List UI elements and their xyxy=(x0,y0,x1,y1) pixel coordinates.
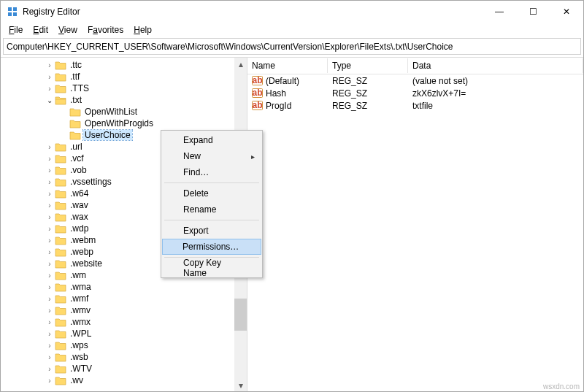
folder-icon xyxy=(55,212,66,222)
list-pane: Name Type Data ab (Default) REG_SZ (valu… xyxy=(247,58,583,391)
chevron-right-icon[interactable]: › xyxy=(45,353,55,361)
chevron-right-icon[interactable]: › xyxy=(45,85,55,93)
col-header-name[interactable]: Name xyxy=(247,58,328,73)
chevron-right-icon[interactable]: › xyxy=(45,155,55,163)
tree-item[interactable]: › .ttf xyxy=(4,71,247,82)
tree-item[interactable]: › .wv xyxy=(4,374,247,386)
menu-view[interactable]: View xyxy=(53,24,82,36)
folder-icon xyxy=(55,375,66,385)
minimize-button[interactable]: — xyxy=(483,1,516,23)
tree-item-label: .wav xyxy=(69,200,90,210)
chevron-right-icon[interactable]: › xyxy=(45,342,55,350)
tree-item-label: .wv xyxy=(69,375,85,385)
registry-editor-window: Registry Editor — ☐ ✕ File Edit View Fav… xyxy=(0,0,584,392)
folder-icon xyxy=(55,258,66,269)
col-header-type[interactable]: Type xyxy=(328,58,408,73)
address-bar[interactable]: Computer\HKEY_CURRENT_USER\Software\Micr… xyxy=(3,38,581,55)
menu-item-find[interactable]: Find… xyxy=(163,164,261,180)
menu-help[interactable]: Help xyxy=(128,24,157,36)
menu-help-hotkey: H xyxy=(134,25,140,35)
tree-item[interactable]: › .ttc xyxy=(4,59,247,71)
chevron-right-icon[interactable]: › xyxy=(45,213,55,221)
menu-separator xyxy=(164,182,259,183)
content-area: › .ttc › .ttf › .TTS ⌄ .txt OpenWithList xyxy=(1,57,583,391)
folder-icon xyxy=(55,200,66,210)
cell-data: txtfile xyxy=(408,101,583,111)
list-row[interactable]: ab ProgId REG_SZ txtfile xyxy=(247,99,583,112)
chevron-right-icon[interactable]: › xyxy=(45,61,55,69)
folder-icon xyxy=(55,317,66,327)
chevron-right-icon[interactable]: › xyxy=(45,330,55,338)
minimize-icon: — xyxy=(495,7,504,17)
value-name: ProgId xyxy=(266,101,291,111)
chevron-right-icon[interactable]: › xyxy=(45,272,55,280)
chevron-right-icon[interactable]: › xyxy=(45,201,55,210)
tree-item[interactable]: › .TTS xyxy=(4,82,247,94)
chevron-right-icon[interactable]: › xyxy=(45,260,55,268)
tree-item-label: .WPL xyxy=(69,328,93,339)
chevron-right-icon[interactable]: › xyxy=(45,295,55,303)
list-row[interactable]: ab (Default) REG_SZ (value not set) xyxy=(247,74,583,87)
menu-item-rename[interactable]: Rename xyxy=(163,201,261,218)
chevron-right-icon[interactable]: › xyxy=(45,73,55,81)
chevron-right-icon[interactable]: › xyxy=(45,190,55,198)
menu-favorites[interactable]: Favorites xyxy=(82,24,128,36)
folder-icon xyxy=(55,340,66,350)
menu-favorites-hotkey: a xyxy=(93,25,98,35)
chevron-right-icon[interactable]: › xyxy=(45,283,55,291)
menu-item-export[interactable]: Export xyxy=(163,223,261,239)
folder-icon xyxy=(55,72,66,82)
chevron-right-icon[interactable]: › xyxy=(45,365,55,373)
menu-item-label: Expand xyxy=(183,135,213,145)
chevron-right-icon[interactable]: › xyxy=(45,377,55,385)
tree-item-openwithprogids[interactable]: OpenWithProgids xyxy=(4,118,247,129)
svg-text:ab: ab xyxy=(252,75,262,85)
string-value-icon: ab xyxy=(252,75,263,86)
chevron-right-icon[interactable]: › xyxy=(45,248,55,256)
folder-icon xyxy=(55,177,66,187)
tree-item[interactable]: › .wsb xyxy=(4,351,247,363)
app-icon xyxy=(7,6,18,18)
folder-icon xyxy=(55,188,66,199)
chevron-down-icon[interactable]: ⌄ xyxy=(45,96,55,104)
cell-type: REG_SZ xyxy=(328,88,408,99)
menu-item-expand[interactable]: Expand xyxy=(163,132,261,148)
scroll-up-arrow-icon[interactable]: ▴ xyxy=(234,58,247,70)
list-row[interactable]: ab Hash REG_SZ zkX6zlvX+7I= xyxy=(247,87,583,99)
menu-item-copy-key-name[interactable]: Copy Key Name xyxy=(163,260,261,276)
folder-icon xyxy=(55,270,66,280)
col-header-data[interactable]: Data xyxy=(408,58,583,73)
scroll-thumb[interactable] xyxy=(234,299,247,331)
tree-item-label: .webm xyxy=(69,235,97,245)
tree-item[interactable]: › .wmx xyxy=(4,316,247,328)
menu-edit[interactable]: Edit xyxy=(28,24,53,36)
chevron-right-icon[interactable]: › xyxy=(45,225,55,233)
titlebar: Registry Editor — ☐ ✕ xyxy=(1,1,583,23)
chevron-right-icon[interactable]: › xyxy=(45,318,55,326)
tree-item[interactable]: › .wma xyxy=(4,281,247,293)
address-text: Computer\HKEY_CURRENT_USER\Software\Micr… xyxy=(7,42,453,52)
close-button[interactable]: ✕ xyxy=(550,1,583,23)
tree-item[interactable]: › .wmf xyxy=(4,293,247,304)
folder-icon xyxy=(55,247,66,257)
maximize-button[interactable]: ☐ xyxy=(516,1,550,23)
scroll-down-arrow-icon[interactable]: ▾ xyxy=(234,379,247,391)
tree-item-openwithlist[interactable]: OpenWithList xyxy=(4,106,247,118)
cell-name: ab ProgId xyxy=(247,100,328,111)
tree-item[interactable]: › .wps xyxy=(4,339,247,351)
chevron-right-icon[interactable]: › xyxy=(45,143,55,151)
tree-item-label: .wmx xyxy=(69,317,92,327)
chevron-right-icon[interactable]: › xyxy=(45,178,55,186)
chevron-right-icon[interactable]: › xyxy=(45,166,55,174)
menu-item-delete[interactable]: Delete xyxy=(163,185,261,201)
menu-item-new[interactable]: New ▸ xyxy=(163,148,261,164)
menu-file[interactable]: File xyxy=(4,24,28,36)
chevron-right-icon[interactable]: › xyxy=(45,307,55,315)
menu-item-permissions[interactable]: Permissions… xyxy=(162,239,261,255)
tree-item-label: .wm xyxy=(69,270,88,280)
tree-item[interactable]: › .WPL xyxy=(4,328,247,339)
tree-item[interactable]: › .WTV xyxy=(4,363,247,374)
tree-item[interactable]: › .wmv xyxy=(4,304,247,316)
tree-item-txt[interactable]: ⌄ .txt xyxy=(4,94,247,106)
chevron-right-icon[interactable]: › xyxy=(45,237,55,245)
